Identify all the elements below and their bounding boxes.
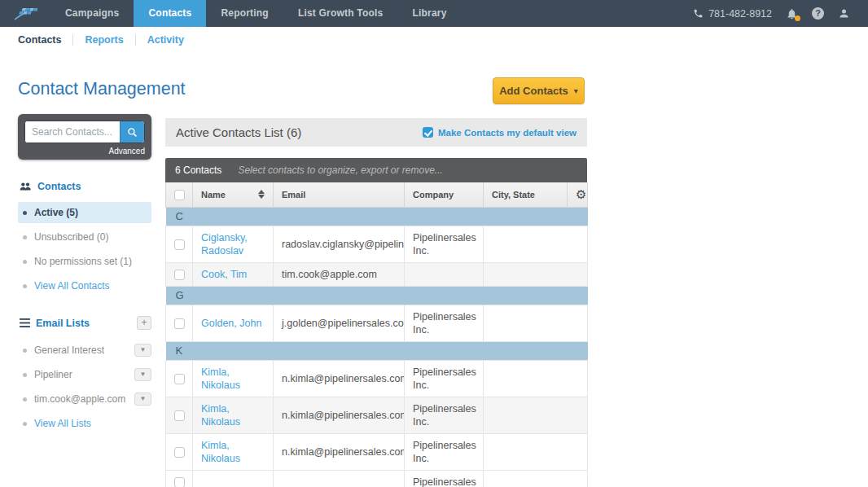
table-row: Kimla, Nikolaus n.kimla@pipelinersales.c… [166, 360, 588, 397]
table-row: Ciglansky, Radoslav radoslav.ciglansky@p… [166, 226, 588, 262]
bullet-icon [23, 397, 27, 401]
list-dropdown-button[interactable]: ▼ [134, 393, 151, 406]
nav-item-reporting[interactable]: Reporting [206, 0, 283, 27]
contacts-table: Name Email Company City, State ⚙ C Cigla [165, 182, 588, 487]
row-checkbox[interactable] [174, 374, 185, 384]
search-icon [127, 127, 138, 138]
contact-company: Pipelinersales [405, 470, 484, 487]
column-header-name: Name [201, 190, 226, 200]
contact-company [405, 262, 484, 286]
main-content: Active Contacts List (6) Make Contacts m… [165, 118, 587, 487]
contact-email: tim.cook@apple.com [274, 262, 405, 286]
sidebar-list-tim-cook[interactable]: tim.cook@apple.com ▼ [18, 388, 151, 410]
search-row [24, 121, 145, 143]
phone-icon [693, 8, 704, 19]
row-checkbox[interactable] [174, 477, 185, 487]
brand-logo[interactable] [0, 0, 50, 27]
sidebar-item-unsubscribed[interactable]: Unsubscribed (0) [18, 226, 151, 248]
subnav-activity[interactable]: Activity [147, 34, 184, 46]
sort-icon[interactable] [258, 190, 265, 199]
sidebar-item-view-all-lists[interactable]: View All Lists [18, 413, 151, 434]
add-list-button[interactable]: + [137, 316, 151, 330]
account-button[interactable] [838, 7, 850, 20]
primary-nav: Campaigns Contacts Reporting List Growth… [50, 0, 462, 27]
table-row: Kimla, Nikolaus n.kimla@pipelinersales.c… [166, 397, 588, 433]
notifications-button[interactable] [786, 7, 798, 20]
email-lists-section-header: Email Lists + [20, 316, 151, 330]
list-item-label: tim.cook@apple.com [34, 393, 125, 405]
contact-name-link[interactable]: Kimla, Nikolaus [201, 366, 240, 391]
help-button[interactable]: ? [812, 7, 824, 20]
column-header-city-state: City, State [484, 182, 568, 207]
sidebar-list-general-interest[interactable]: General Interest ▼ [18, 340, 151, 361]
nav-item-contacts[interactable]: Contacts [134, 0, 206, 27]
checked-checkbox-icon[interactable] [423, 127, 433, 138]
contact-name-link[interactable]: Cook, Tim [201, 269, 247, 280]
contacts-toolbar: 6 Contacts Select contacts to organize, … [165, 158, 587, 182]
contact-name-link[interactable]: Ciglansky, Radoslav [201, 232, 248, 257]
contact-email [274, 470, 405, 487]
bullet-icon [23, 349, 27, 353]
divider [72, 34, 73, 46]
row-checkbox[interactable] [174, 447, 185, 458]
group-header-G: G [166, 286, 588, 305]
row-checkbox[interactable] [174, 410, 185, 421]
nav-item-campaigns[interactable]: Campaigns [50, 0, 134, 27]
contact-email: n.kimla@pipelinersales.com [274, 360, 405, 397]
contact-name-link[interactable]: Golden, John [201, 318, 261, 329]
sidebar-item-label: View All Lists [34, 418, 91, 429]
nav-item-list-growth-tools[interactable]: List Growth Tools [283, 0, 398, 27]
table-header-row: Name Email Company City, State ⚙ [166, 182, 588, 207]
default-view-toggle[interactable]: Make Contacts my default view [423, 127, 576, 138]
list-item-label: Pipeliner [34, 369, 72, 380]
navbar-right: 781-482-8912 ? [693, 0, 868, 27]
email-lists-header-link[interactable]: Email Lists [36, 318, 90, 329]
sidebar-item-view-all-contacts[interactable]: View All Contacts [18, 275, 151, 296]
advanced-search-link[interactable]: Advanced [24, 147, 145, 156]
sidebar-item-no-permissions[interactable]: No permissions set (1) [18, 251, 151, 272]
table-row: Kimla, Nikolaus n.kimla@pipelinersales.c… [166, 433, 588, 470]
table-row-partial: Pipelinersales [166, 470, 588, 487]
page-title: Contact Management [18, 79, 186, 99]
sidebar-item-label: Unsubscribed (0) [34, 231, 108, 243]
sidebar: Advanced Contacts Active (5) Unsubscribe… [18, 114, 151, 437]
divider [135, 34, 136, 46]
contact-city-state [484, 397, 588, 433]
select-all-checkbox[interactable] [174, 190, 185, 200]
contact-company: Pipelinersales Inc. [405, 305, 484, 341]
subnav-contacts[interactable]: Contacts [18, 34, 61, 46]
bullet-icon [23, 373, 27, 377]
list-item-label: General Interest [34, 344, 104, 356]
contact-name-link[interactable]: Kimla, Nikolaus [201, 440, 240, 464]
contact-management-page: Campaigns Contacts Reporting List Growth… [0, 0, 868, 487]
search-button[interactable] [120, 121, 144, 143]
nav-item-library[interactable]: Library [397, 0, 461, 27]
column-header-company: Company [405, 182, 484, 207]
row-checkbox[interactable] [174, 239, 185, 250]
contact-city-state [484, 360, 588, 397]
contacts-header-link[interactable]: Contacts [37, 181, 81, 192]
add-contacts-button[interactable]: Add Contacts ▾ [493, 77, 585, 104]
contact-company: Pipelinersales Inc. [405, 433, 484, 470]
subnav-reports[interactable]: Reports [85, 34, 123, 46]
sidebar-item-label: No permissions set (1) [34, 256, 132, 267]
contacts-count: 6 Contacts [175, 165, 221, 176]
default-view-label: Make Contacts my default view [438, 128, 576, 138]
sidebar-item-active[interactable]: Active (5) [18, 202, 151, 223]
contact-company: Pipelinersales Inc. [405, 226, 484, 262]
row-checkbox[interactable] [174, 270, 185, 280]
list-icon [20, 318, 30, 327]
search-input[interactable] [25, 121, 120, 143]
gear-icon[interactable]: ⚙ [576, 187, 579, 202]
list-dropdown-button[interactable]: ▼ [134, 344, 151, 357]
contact-company: Pipelinersales Inc. [405, 360, 484, 397]
top-navbar: Campaigns Contacts Reporting List Growth… [0, 0, 868, 27]
sidebar-list-pipeliner[interactable]: Pipeliner ▼ [18, 364, 151, 385]
support-phone-number: 781-482-8912 [708, 8, 772, 20]
sidebar-item-label: Active (5) [34, 207, 78, 218]
contact-city-state [484, 226, 588, 262]
row-checkbox[interactable] [174, 318, 185, 329]
list-dropdown-button[interactable]: ▼ [134, 368, 151, 381]
support-phone: 781-482-8912 [693, 8, 772, 20]
contact-name-link[interactable]: Kimla, Nikolaus [201, 403, 240, 428]
